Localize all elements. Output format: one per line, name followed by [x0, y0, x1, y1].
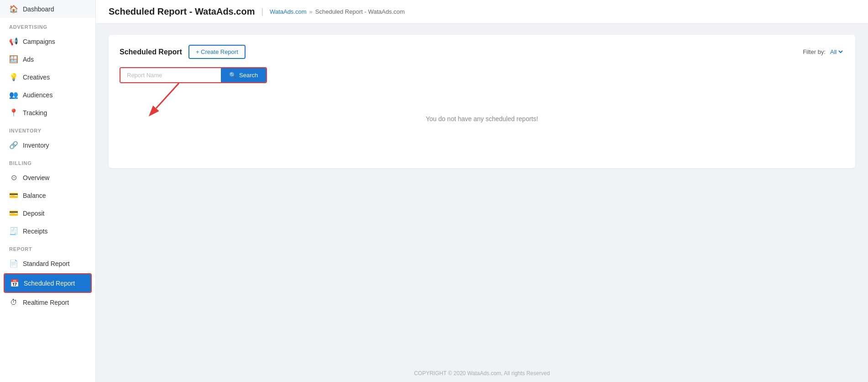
megaphone-icon: 📢	[9, 37, 18, 46]
bulb-icon: 💡	[9, 73, 18, 81]
breadcrumb-link[interactable]: WataAds.com	[270, 8, 306, 15]
search-row: 🔍 Search	[120, 67, 267, 83]
filter-by-container: Filter by: All	[803, 48, 844, 56]
sidebar-item-realtime-report[interactable]: ⏱ Realtime Report	[0, 294, 95, 311]
sidebar-item-overview[interactable]: ⊙ Overview	[0, 169, 95, 186]
breadcrumb-vertical-divider: |	[261, 7, 263, 16]
deposit-icon: 💳	[9, 209, 18, 218]
section-advertising: ADVERTISING	[0, 18, 95, 32]
sidebar-item-tracking[interactable]: 📍 Tracking	[0, 104, 95, 122]
overview-icon: ⊙	[9, 173, 18, 182]
content-area: Scheduled Report + Create Report Filter …	[96, 24, 868, 365]
section-report: REPORT	[0, 240, 95, 255]
sidebar-item-dashboard[interactable]: 🏠 Dashboard	[0, 0, 95, 18]
footer: COPYRIGHT © 2020 WataAds.com, All rights…	[96, 365, 868, 382]
dashboard-label: Dashboard	[23, 5, 54, 13]
balance-icon: 💳	[9, 191, 18, 200]
standard-report-icon: 📄	[9, 259, 18, 268]
search-input[interactable]	[120, 68, 221, 82]
search-icon: 🔍	[229, 72, 236, 79]
section-inventory: INVENTORY	[0, 122, 95, 136]
sidebar-item-scheduled-report[interactable]: 📅 Scheduled Report	[5, 274, 91, 292]
filter-by-label: Filter by:	[803, 48, 826, 55]
realtime-report-icon: ⏱	[9, 298, 18, 307]
breadcrumb-current: Scheduled Report - WataAds.com	[315, 8, 405, 15]
sidebar-item-receipts[interactable]: 🧾 Receipts	[0, 222, 95, 240]
receipts-icon: 🧾	[9, 227, 18, 235]
inventory-icon: 🔗	[9, 141, 18, 149]
search-button[interactable]: 🔍 Search	[221, 68, 266, 82]
copyright-text: COPYRIGHT © 2020 WataAds.com, All rights…	[414, 370, 550, 377]
main-content: Scheduled Report - WataAds.com | WataAds…	[96, 0, 868, 382]
sidebar-item-standard-report[interactable]: 📄 Standard Report	[0, 255, 95, 272]
sidebar-item-campaigns[interactable]: 📢 Campaigns	[0, 32, 95, 50]
sidebar-item-deposit[interactable]: 💳 Deposit	[0, 204, 95, 222]
section-billing: BILLING	[0, 154, 95, 169]
pin-icon: 📍	[9, 108, 18, 117]
sidebar-item-audiences[interactable]: 👥 Audiences	[0, 86, 95, 104]
ad-icon: 🪟	[9, 55, 18, 64]
sidebar-item-ads[interactable]: 🪟 Ads	[0, 50, 95, 68]
scheduled-report-icon: 📅	[10, 279, 19, 287]
people-icon: 👥	[9, 90, 18, 99]
create-report-button[interactable]: + Create Report	[188, 45, 246, 59]
breadcrumb-separator: »	[309, 8, 313, 15]
scheduled-report-highlight: 📅 Scheduled Report	[4, 273, 92, 293]
empty-state: You do not have any scheduled reports!	[120, 97, 844, 141]
page-title: Scheduled Report - WataAds.com	[109, 6, 255, 17]
report-card: Scheduled Report + Create Report Filter …	[109, 35, 855, 168]
sidebar-item-balance[interactable]: 💳 Balance	[0, 186, 95, 204]
report-card-header: Scheduled Report + Create Report Filter …	[120, 45, 844, 59]
sidebar-item-creatives[interactable]: 💡 Creatives	[0, 68, 95, 86]
breadcrumb: WataAds.com » Scheduled Report - WataAds…	[270, 8, 405, 15]
sidebar: 🏠 Dashboard ADVERTISING 📢 Campaigns 🪟 Ad…	[0, 0, 96, 382]
empty-message: You do not have any scheduled reports!	[426, 115, 538, 122]
sidebar-item-inventory[interactable]: 🔗 Inventory	[0, 136, 95, 154]
report-card-left: Scheduled Report + Create Report	[120, 45, 246, 59]
filter-select[interactable]: All	[828, 48, 844, 56]
card-title: Scheduled Report	[120, 48, 182, 56]
dashboard-icon: 🏠	[9, 5, 18, 13]
top-header: Scheduled Report - WataAds.com | WataAds…	[96, 0, 868, 24]
